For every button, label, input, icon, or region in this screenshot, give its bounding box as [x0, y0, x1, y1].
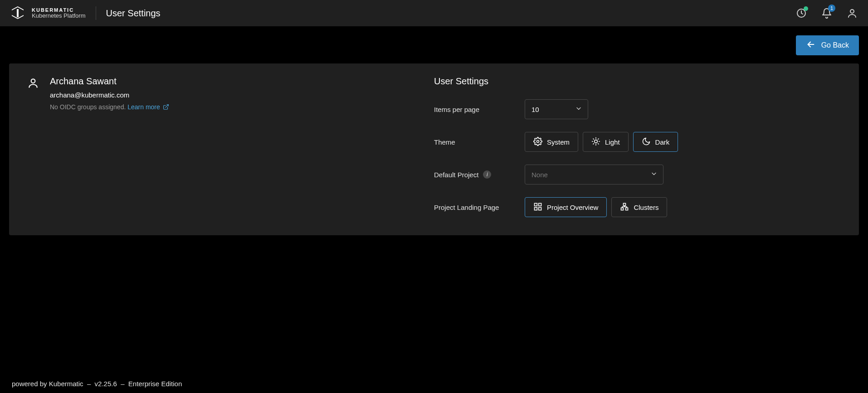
footer-powered: powered by Kubermatic — [12, 380, 83, 388]
svg-rect-20 — [535, 207, 537, 210]
default-project-placeholder: None — [532, 171, 548, 179]
notification-count-badge: 1 — [828, 5, 835, 12]
svg-line-17 — [598, 139, 599, 139]
theme-dark-label: Dark — [655, 138, 670, 146]
external-link-icon — [163, 104, 169, 110]
svg-line-12 — [593, 139, 594, 139]
learn-more-label: Learn more — [127, 103, 160, 111]
chevron-down-icon — [575, 105, 582, 114]
label-theme: Theme — [434, 138, 525, 146]
theme-system-label: System — [547, 138, 570, 146]
label-default-project: Default Project i — [434, 170, 525, 179]
gear-icon — [533, 137, 542, 147]
landing-clusters-button[interactable]: Clusters — [611, 197, 667, 217]
go-back-label: Go Back — [821, 41, 849, 49]
landing-overview-button[interactable]: Project Overview — [525, 197, 607, 217]
settings-form: User Settings Items per page 10 Theme Sy… — [434, 76, 841, 217]
account-button[interactable] — [846, 7, 858, 19]
grid-icon — [533, 202, 542, 213]
user-info: Archana Sawant archana@kubermatic.com No… — [27, 76, 434, 217]
svg-rect-21 — [539, 207, 541, 210]
row-items-per-page: Items per page 10 — [434, 99, 841, 119]
theme-light-label: Light — [605, 138, 620, 146]
changelog-indicator-dot — [804, 6, 808, 11]
user-icon — [27, 77, 39, 89]
theme-dark-button[interactable]: Dark — [633, 132, 678, 152]
svg-rect-4 — [17, 9, 19, 17]
svg-point-6 — [850, 10, 854, 13]
info-icon[interactable]: i — [483, 170, 491, 179]
page-title: User Settings — [106, 8, 161, 19]
user-name: Archana Sawant — [50, 76, 169, 87]
svg-point-7 — [31, 79, 35, 83]
svg-rect-19 — [539, 203, 541, 206]
label-items-per-page: Items per page — [434, 106, 525, 113]
app-header: KUBERMATIC Kubernetes Platform User Sett… — [0, 0, 868, 26]
footer-version: v2.25.6 — [95, 380, 117, 388]
notifications-button[interactable]: 1 — [821, 7, 833, 19]
chevron-down-icon — [650, 170, 658, 179]
header-separator — [96, 6, 96, 20]
items-per-page-value: 10 — [532, 106, 539, 113]
arrow-left-icon — [806, 39, 816, 51]
label-default-project-text: Default Project — [434, 171, 478, 179]
settings-card: Archana Sawant archana@kubermatic.com No… — [9, 63, 859, 235]
brand-text: KUBERMATIC Kubernetes Platform — [32, 7, 86, 19]
theme-toggle-group: System Light Dark — [525, 132, 678, 152]
svg-line-16 — [593, 143, 594, 144]
default-project-select[interactable]: None — [525, 165, 663, 184]
sun-icon — [591, 137, 600, 147]
changelog-button[interactable] — [795, 7, 807, 19]
go-back-button[interactable]: Go Back — [796, 35, 859, 55]
cluster-icon — [620, 202, 629, 213]
items-per-page-select[interactable]: 10 — [525, 99, 588, 119]
page-actions: Go Back — [0, 26, 868, 55]
brand-line-2: Kubernetes Platform — [32, 13, 86, 19]
learn-more-link[interactable]: Learn more — [127, 103, 169, 111]
user-groups-text: No OIDC groups assigned. — [50, 103, 126, 111]
svg-point-8 — [537, 140, 539, 142]
svg-line-13 — [598, 143, 599, 144]
row-theme: Theme System Light Dark — [434, 132, 841, 152]
footer-edition: Enterprise Edition — [128, 380, 182, 388]
settings-title: User Settings — [434, 76, 841, 87]
brand-mark-icon — [10, 5, 25, 21]
theme-light-button[interactable]: Light — [583, 132, 629, 152]
brand-logo[interactable]: KUBERMATIC Kubernetes Platform — [10, 5, 86, 21]
svg-rect-18 — [535, 203, 537, 206]
svg-point-9 — [595, 140, 598, 143]
row-default-project: Default Project i None — [434, 165, 841, 184]
landing-overview-label: Project Overview — [547, 204, 598, 211]
row-landing-page: Project Landing Page Project Overview Cl… — [434, 197, 841, 217]
theme-system-button[interactable]: System — [525, 132, 578, 152]
landing-clusters-label: Clusters — [634, 204, 658, 211]
user-email: archana@kubermatic.com — [50, 91, 169, 99]
moon-icon — [642, 137, 651, 147]
footer: powered by Kubermatic – v2.25.6 – Enterp… — [0, 380, 868, 388]
label-landing-page: Project Landing Page — [434, 204, 525, 211]
landing-toggle-group: Project Overview Clusters — [525, 197, 667, 217]
user-groups-line: No OIDC groups assigned. Learn more — [50, 103, 169, 111]
